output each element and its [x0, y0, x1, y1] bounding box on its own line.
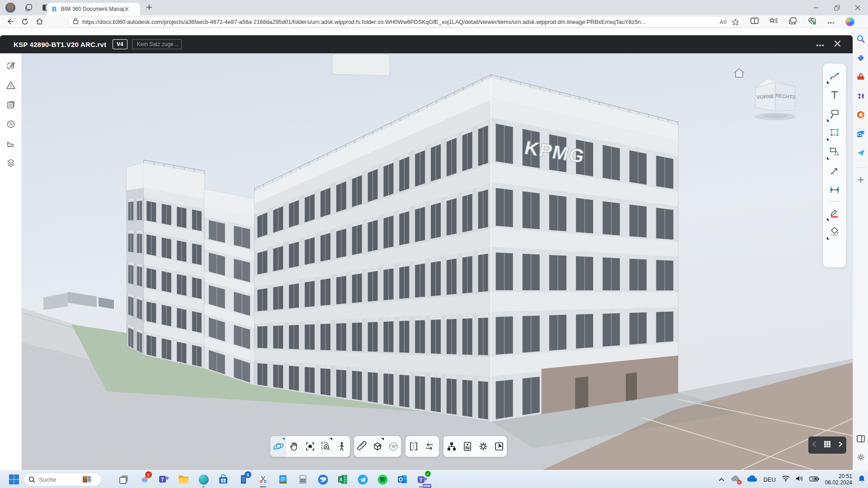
zoom-window-tool[interactable]: [318, 436, 334, 457]
calculator-icon[interactable]: [293, 470, 313, 488]
edge-icon[interactable]: [193, 470, 213, 488]
store-icon[interactable]: [213, 470, 233, 488]
copilot-icon[interactable]: [845, 17, 854, 26]
sidebar-add-icon[interactable]: [857, 176, 865, 186]
cloud-markup-icon[interactable]: [826, 123, 844, 142]
viewer-close-icon[interactable]: [834, 40, 841, 49]
freehand-draw-icon[interactable]: [826, 66, 844, 85]
volume-icon[interactable]: [796, 475, 803, 483]
reports-tool-icon[interactable]: [5, 138, 16, 149]
settings-toolbar: [443, 436, 507, 457]
swap-views-tool[interactable]: [421, 436, 437, 457]
documents-tool-icon[interactable]: [5, 99, 16, 110]
sidebar-m365-icon[interactable]: [856, 110, 865, 121]
fill-color-icon[interactable]: [826, 222, 844, 241]
task-view-icon[interactable]: [114, 470, 134, 488]
properties-tool[interactable]: [459, 436, 475, 457]
model-canvas[interactable]: KPMG: [0, 53, 853, 470]
spotify-icon[interactable]: [373, 470, 392, 488]
favorite-star-icon[interactable]: [732, 19, 739, 26]
first-person-tool[interactable]: [334, 436, 349, 457]
teams-icon[interactable]: T: [154, 470, 174, 488]
pen-color-icon[interactable]: [826, 203, 844, 222]
wifi-icon[interactable]: [782, 475, 790, 483]
home-nav-icon[interactable]: [36, 18, 43, 25]
pan-tool[interactable]: [286, 436, 302, 457]
fullscreen-tool[interactable]: [491, 436, 507, 457]
sync-error-icon[interactable]: [731, 475, 741, 484]
thunderbird-icon[interactable]: [313, 470, 333, 488]
measure-tool[interactable]: [354, 436, 370, 457]
notification-bell-icon[interactable]: [858, 475, 865, 484]
pager-next-icon[interactable]: [838, 441, 843, 449]
clock[interactable]: 20:51 06.02.2024: [825, 473, 852, 486]
pager-grid-icon[interactable]: [824, 441, 831, 450]
telegram-icon[interactable]: [353, 470, 373, 488]
dimension-tool-icon[interactable]: [826, 180, 844, 199]
favorites-menu-icon[interactable]: [769, 17, 778, 26]
tab-close-icon[interactable]: [124, 5, 129, 13]
layers-tool-icon[interactable]: [5, 158, 16, 169]
arrow-tool-icon[interactable]: [826, 161, 844, 180]
text-tool-icon[interactable]: [826, 85, 844, 104]
viewer-more-icon[interactable]: [816, 40, 824, 48]
callout-tool-icon[interactable]: [826, 104, 844, 123]
viewer-settings-tool[interactable]: [475, 436, 491, 457]
window-close-icon[interactable]: [847, 0, 868, 15]
viewcube[interactable]: VORNE RECHTS: [748, 72, 807, 125]
outlook-icon[interactable]: [392, 470, 412, 488]
back-icon[interactable]: [6, 18, 14, 25]
split-screen-icon[interactable]: [750, 17, 759, 26]
search-highlight-icon[interactable]: [82, 474, 92, 484]
pager-prev-icon[interactable]: [812, 441, 816, 449]
snipping-tool-icon[interactable]: [253, 470, 273, 488]
sidebar-drop-icon[interactable]: [856, 148, 865, 159]
browser-essentials-icon[interactable]: [808, 17, 816, 27]
collections-icon[interactable]: [789, 17, 797, 27]
sidebar-games-icon[interactable]: [856, 91, 865, 102]
svg-text:A: A: [720, 19, 723, 25]
set-assignment-button[interactable]: Kein Satz zuge…: [132, 39, 182, 49]
section-tool[interactable]: [370, 436, 386, 457]
widgets-icon[interactable]: 1: [134, 470, 154, 488]
sidebar-shopping-icon[interactable]: [856, 53, 865, 64]
language-indicator[interactable]: DEU: [763, 476, 775, 483]
onedrive-icon[interactable]: [746, 475, 757, 484]
workspaces-icon[interactable]: [25, 4, 33, 12]
more-menu-icon[interactable]: [827, 18, 835, 26]
url-bar[interactable]: https://docs.b360.autodesk.com/projects/…: [68, 16, 744, 28]
search-input[interactable]: [39, 476, 82, 483]
shapes-tool-icon[interactable]: [826, 142, 844, 161]
excel-icon[interactable]: X: [333, 470, 353, 488]
sidebar-panel-icon[interactable]: [856, 435, 865, 445]
profile-avatar[interactable]: [5, 2, 16, 13]
tray-chevron-icon[interactable]: [718, 475, 725, 483]
window-minimize-icon[interactable]: [806, 0, 826, 15]
window-restore-icon[interactable]: [826, 0, 847, 15]
markup-tool-icon[interactable]: [5, 61, 16, 71]
browser-tab[interactable]: B BIM 360 Document Management: [47, 3, 140, 15]
model-browser-tool[interactable]: [443, 436, 459, 457]
sidebar-search-icon[interactable]: [856, 34, 865, 45]
read-aloud-icon[interactable]: A: [719, 19, 727, 25]
file-explorer-icon[interactable]: [174, 470, 193, 488]
reload-icon[interactable]: [21, 18, 28, 25]
new-tab-button[interactable]: [146, 4, 153, 13]
fit-to-view-tool[interactable]: [302, 436, 318, 457]
sidebar-tools-icon[interactable]: [856, 72, 865, 83]
battery-icon[interactable]: [809, 475, 819, 483]
phone-link-icon[interactable]: 5: [233, 470, 253, 488]
taskbar-search[interactable]: [24, 473, 101, 486]
orbit-tool[interactable]: [270, 436, 286, 457]
sidebar-settings-icon[interactable]: [856, 453, 865, 464]
start-button[interactable]: [8, 474, 20, 487]
viewcube-home-icon[interactable]: [732, 67, 746, 81]
notepad-icon[interactable]: [273, 470, 293, 488]
widgets-badge: 1: [145, 471, 152, 478]
version-badge[interactable]: V4: [113, 39, 127, 49]
split-view-tool[interactable]: [406, 436, 421, 457]
history-tool-icon[interactable]: [5, 119, 16, 130]
issues-tool-icon[interactable]: [5, 80, 16, 91]
sidebar-outlook-icon[interactable]: [856, 129, 865, 140]
teams-new-icon[interactable]: T✓NEW: [412, 470, 432, 488]
